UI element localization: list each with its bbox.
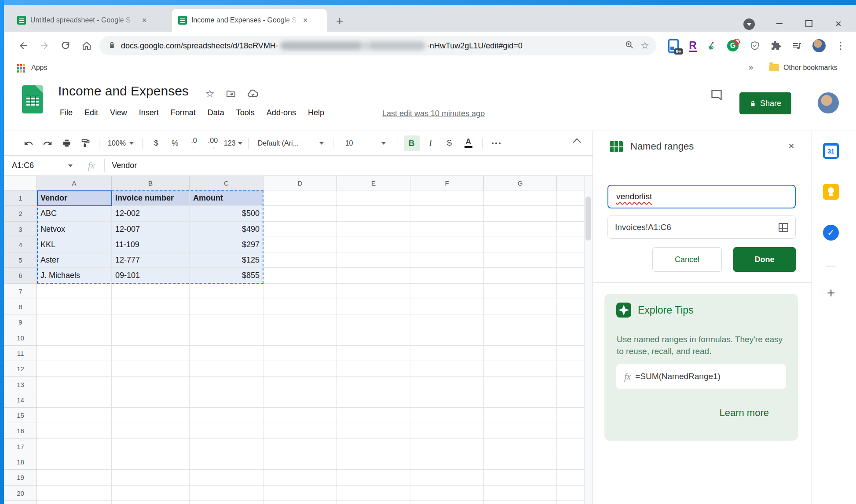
browser-tab-inactive[interactable]: Untitled spreadsheet - Google S × (11, 9, 166, 32)
move-to-folder-icon[interactable] (225, 88, 237, 99)
decrease-decimal-icon[interactable]: .0← (186, 135, 202, 151)
grid-cell[interactable] (557, 190, 584, 206)
row-header-16[interactable]: 16 (4, 423, 37, 438)
column-header-B[interactable]: B (112, 176, 190, 190)
grid-cell[interactable] (557, 346, 584, 361)
grid-cell[interactable] (37, 377, 112, 392)
grid-cell[interactable] (112, 486, 190, 501)
grid-cell[interactable] (190, 361, 263, 376)
grid-cell[interactable] (190, 454, 263, 470)
row-header-10[interactable]: 10 (4, 330, 37, 346)
home-icon[interactable] (80, 40, 93, 52)
grid-cell[interactable] (112, 439, 190, 454)
grid-cell[interactable] (263, 299, 337, 314)
grid-cell[interactable] (37, 346, 112, 361)
grid-cell[interactable] (484, 408, 557, 423)
grid-cell[interactable] (557, 377, 584, 392)
grid-cell[interactable] (484, 222, 557, 237)
grid-cell[interactable] (410, 361, 484, 376)
grid-cell[interactable] (190, 392, 263, 408)
grid-cell[interactable] (557, 237, 584, 252)
grid-cell[interactable]: $855 (190, 268, 263, 283)
cancel-button[interactable]: Cancel (652, 247, 722, 272)
grid-cell[interactable] (410, 284, 484, 299)
grid-cell[interactable]: $297 (190, 237, 263, 252)
learn-more-link[interactable]: Learn more (719, 407, 769, 419)
grid-cell[interactable] (337, 346, 410, 361)
grid-cell[interactable]: $125 (190, 252, 263, 268)
grid-cell[interactable] (263, 361, 337, 376)
extension-icon-g[interactable]: G (725, 38, 740, 54)
zoom-page-icon[interactable] (625, 40, 634, 51)
row-header-20[interactable]: 20 (4, 486, 37, 501)
paint-format-icon[interactable] (77, 135, 93, 151)
grid-cell[interactable] (410, 206, 484, 221)
grid-cell[interactable] (37, 470, 112, 485)
grid-cell[interactable]: Amount (190, 190, 263, 206)
row-header-8[interactable]: 8 (4, 299, 37, 314)
grid-cell[interactable] (112, 501, 190, 504)
column-header-G[interactable]: G (484, 176, 557, 190)
row-header-18[interactable]: 18 (4, 454, 37, 470)
menu-insert[interactable]: Insert (139, 108, 159, 117)
grid-cell[interactable] (410, 454, 484, 470)
grid-cell[interactable] (484, 486, 557, 501)
grid-cell[interactable] (337, 486, 410, 501)
column-header-C[interactable]: C (190, 176, 263, 190)
grid-cell[interactable] (484, 377, 557, 392)
tab-close-icon[interactable]: × (303, 16, 308, 25)
row-header-19[interactable]: 19 (4, 470, 37, 485)
grid-cell[interactable] (263, 392, 337, 408)
grid-cell[interactable]: Netvox (37, 222, 112, 237)
range-reference-field[interactable]: Invoices!A1:C6 (607, 215, 796, 239)
grid-cell[interactable] (337, 206, 410, 221)
browser-tab-active[interactable]: Income and Expenses - Google S × (172, 9, 327, 32)
formula-input[interactable]: Vendor (105, 161, 137, 170)
grid-cell[interactable] (337, 314, 410, 330)
grid-cell[interactable] (484, 423, 557, 438)
grid-cell[interactable]: 11-109 (112, 237, 190, 252)
grid-cell[interactable] (190, 486, 263, 501)
grid-cell[interactable] (337, 222, 410, 237)
row-header-6[interactable]: 6 (4, 268, 37, 283)
grid-cell[interactable] (484, 392, 557, 408)
grid-cell[interactable] (557, 486, 584, 501)
grid-cell[interactable]: Aster (37, 252, 112, 268)
last-edit-link[interactable]: Last edit was 10 minutes ago (382, 109, 485, 118)
row-header-1[interactable]: 1 (4, 190, 37, 206)
collapse-toolbar-icon[interactable] (571, 135, 583, 147)
grid-cell[interactable] (484, 470, 557, 485)
grid-cell[interactable]: 12-002 (112, 206, 190, 221)
grid-cell[interactable] (337, 408, 410, 423)
grid-cell[interactable] (37, 454, 112, 470)
grid-cell[interactable] (410, 190, 484, 206)
grid-cell[interactable] (557, 454, 584, 470)
other-bookmarks-label[interactable]: Other bookmarks (783, 64, 838, 72)
menu-help[interactable]: Help (308, 108, 324, 117)
address-bar[interactable]: docs.google.com/spreadsheets/d/18eRVMH--… (99, 36, 656, 55)
grid-cell[interactable] (557, 299, 584, 314)
grid-cell[interactable] (484, 361, 557, 376)
row-header-14[interactable]: 14 (4, 392, 37, 408)
grid-cell[interactable] (37, 361, 112, 376)
row-header-7[interactable]: 7 (4, 284, 37, 299)
cloud-saved-icon[interactable] (247, 88, 259, 99)
grid-cell[interactable] (112, 346, 190, 361)
grid-cell[interactable] (410, 408, 484, 423)
grid-cell[interactable] (263, 454, 337, 470)
extension-icon-shield[interactable] (747, 38, 762, 54)
grid-cell[interactable] (190, 439, 263, 454)
grid-cell[interactable] (37, 423, 112, 438)
zoom-select[interactable]: 100% (105, 135, 136, 151)
grid-cell[interactable] (337, 439, 410, 454)
grid-cell[interactable] (337, 392, 410, 408)
grid-cell[interactable] (337, 284, 410, 299)
browser-profile-avatar[interactable] (812, 38, 827, 54)
grid-cell[interactable] (557, 284, 584, 299)
grid-cell[interactable] (337, 454, 410, 470)
grid-cell[interactable] (112, 392, 190, 408)
grid-cell[interactable]: $500 (190, 206, 263, 221)
column-header-F[interactable]: F (410, 176, 484, 190)
bookmarks-overflow-icon[interactable]: » (749, 63, 753, 72)
close-icon[interactable]: × (788, 141, 794, 151)
